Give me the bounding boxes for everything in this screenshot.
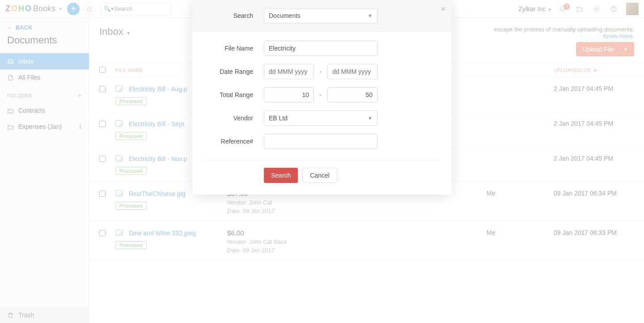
filename-input[interactable] — [264, 41, 377, 56]
chevron-down-icon: ▼ — [368, 13, 373, 18]
total-to-input[interactable] — [327, 87, 377, 102]
chevron-down-icon: ▼ — [368, 115, 373, 121]
vendor-select[interactable]: EB Ltd ▼ — [264, 110, 377, 126]
filename-label: File Name — [205, 45, 264, 52]
search-modal: Search Documents ▼ × File Name Date Rang… — [192, 0, 452, 195]
reference-label: Reference# — [205, 138, 264, 145]
modal-overlay: Search Documents ▼ × File Name Date Rang… — [0, 0, 644, 323]
date-to-input[interactable] — [327, 64, 377, 79]
search-type-select[interactable]: Documents ▼ — [264, 8, 377, 23]
date-from-input[interactable] — [264, 64, 314, 79]
search-type-value: Documents — [269, 12, 301, 19]
range-separator: - — [314, 68, 327, 75]
reference-input[interactable] — [264, 134, 377, 149]
vendor-label: Vendor — [205, 115, 264, 122]
totalrange-label: Total Range — [205, 91, 264, 98]
range-separator: - — [314, 91, 327, 98]
search-button[interactable]: Search — [264, 168, 298, 183]
total-from-input[interactable] — [264, 87, 314, 102]
close-button[interactable]: × — [441, 4, 445, 14]
vendor-value: EB Ltd — [269, 115, 288, 122]
daterange-label: Date Range — [205, 68, 264, 75]
search-label: Search — [205, 12, 264, 19]
cancel-button[interactable]: Cancel — [302, 168, 337, 183]
